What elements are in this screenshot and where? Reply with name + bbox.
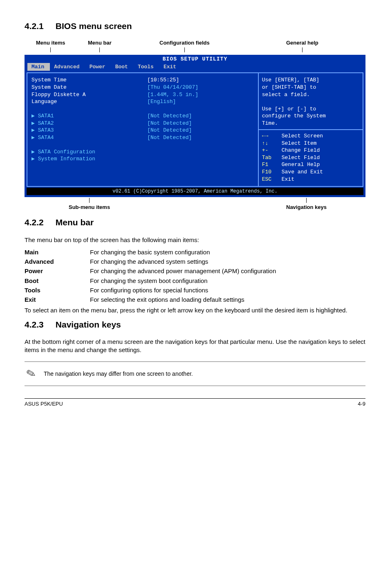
bios-value: [Not Detected]: [147, 134, 256, 141]
label-menu-bar-text: Menu bar: [88, 39, 112, 47]
def-term: Boot: [25, 277, 90, 285]
bios-submenu-label: SATA2: [38, 120, 54, 126]
heading-421-num: 4.2.1: [25, 20, 53, 32]
bios-divider: [259, 129, 363, 130]
footer-right: 4-9: [358, 400, 365, 408]
bios-value: [Not Detected]: [147, 120, 256, 127]
bios-submenu-label: SATA3: [38, 127, 54, 133]
bios-submenu: ▶ SATA3: [31, 127, 144, 134]
bios-submenu-label: System Information: [38, 156, 95, 162]
footer-left: ASUS P5K/EPU: [25, 400, 63, 408]
note-box: ✎ The navigation keys may differ from on…: [25, 361, 365, 386]
heading-422-title: Menu bar: [56, 218, 94, 227]
bios-submenu: ▶ System Information: [31, 155, 144, 163]
bios-submenu: ▶ SATA4: [31, 134, 144, 141]
callout-line-icon: [306, 198, 307, 203]
sec422-outro: To select an item on the menu bar, press…: [25, 306, 365, 314]
def-term: Power: [25, 267, 90, 275]
bios-body: System Time System Date Floppy Diskette …: [25, 72, 365, 188]
bios-key: ←→: [262, 132, 278, 140]
bios-key-desc: Exit: [282, 176, 294, 183]
bios-help-line: or [SHIFT-TAB] to: [262, 84, 359, 91]
bios-key: Tab: [262, 154, 278, 162]
pencil-icon: ✎: [25, 365, 38, 382]
triangle-icon: ▶: [31, 149, 38, 155]
label-config-fields: Configuration fields: [159, 39, 210, 52]
bios-submenu: ▶ SATA1: [31, 112, 144, 120]
bios-middle-column: [10:55:25] [Thu 04/14/2007] [1.44M, 3.5 …: [146, 72, 258, 187]
bios-value: [Thu 04/14/2007]: [147, 84, 256, 91]
bios-screenshot: BIOS SETUP UTILITY Main Advanced Power B…: [25, 55, 365, 197]
label-menu-bar: Menu bar: [88, 39, 112, 52]
heading-423: 4.2.3 Navigation keys: [25, 319, 365, 330]
bios-keyhint: TabSelect Field: [262, 154, 359, 162]
def-text: For changing the advanced power manageme…: [90, 267, 365, 275]
heading-421-title: BIOS menu screen: [56, 21, 132, 31]
bios-submenu-label: SATA1: [38, 113, 54, 119]
bios-keyhint: F10Save and Exit: [262, 168, 359, 176]
bios-submenu-label: SATA4: [38, 135, 54, 141]
bios-key: F10: [262, 168, 278, 176]
def-text: For selecting the exit options and loadi…: [90, 296, 365, 304]
bios-spacer: [147, 105, 256, 113]
bios-keyhint: F1General Help: [262, 161, 359, 168]
bios-tab-bar: Main Advanced Power Boot Tools Exit: [25, 63, 365, 72]
triangle-icon: ▶: [31, 135, 38, 141]
bios-key: ESC: [262, 176, 278, 183]
bios-value: [Not Detected]: [147, 112, 256, 120]
heading-422: 4.2.2 Menu bar: [25, 217, 365, 228]
bios-tab-power: Power: [85, 63, 111, 71]
def-row: BootFor changing the system boot configu…: [25, 277, 365, 285]
heading-423-title: Navigation keys: [56, 320, 121, 329]
bios-help-line: Use [ENTER], [TAB]: [262, 76, 359, 84]
bios-help-line: Use [+] or [-] to: [262, 105, 359, 113]
callout-line-icon: [99, 47, 100, 52]
def-text: For configuring options for special func…: [90, 286, 365, 294]
bios-item: Floppy Diskette A: [31, 91, 144, 99]
triangle-icon: ▶: [31, 127, 38, 133]
bios-tab-boot: Boot: [111, 63, 134, 71]
diagram-top-labels: Menu items Menu bar Configuration fields…: [25, 39, 365, 53]
label-general-help-text: General help: [286, 39, 318, 47]
sec422-intro: The menu bar on top of the screen has th…: [25, 236, 365, 244]
bios-copyright: v02.61 (C)Copyright 1985-2007, American …: [27, 188, 363, 195]
def-term: Tools: [25, 286, 90, 294]
bios-help-line: configure the System: [262, 112, 359, 120]
def-term: Main: [25, 248, 90, 256]
bios-key-desc: General Help: [282, 161, 320, 168]
heading-421: 4.2.1 BIOS menu screen: [25, 20, 365, 32]
bios-value: [10:55:25]: [147, 76, 256, 84]
def-row: MainFor changing the basic system config…: [25, 248, 365, 256]
definition-list: MainFor changing the basic system config…: [25, 248, 365, 304]
label-submenu-items-text: Sub-menu items: [69, 204, 110, 210]
bios-tab-main: Main: [27, 63, 50, 71]
bios-tab-tools: Tools: [134, 63, 159, 71]
label-navigation-keys: Navigation keys: [286, 198, 327, 211]
bios-keyhint: ←→Select Screen: [262, 132, 359, 140]
bios-key: F1: [262, 161, 278, 168]
bios-key-desc: Save and Exit: [282, 168, 323, 176]
label-menu-items: Menu items: [36, 39, 65, 52]
def-text: For changing the basic system configurat…: [90, 248, 365, 256]
bios-item: System Time: [31, 76, 144, 84]
heading-422-num: 4.2.2: [25, 217, 53, 228]
callout-line-icon: [89, 198, 90, 203]
def-row: ToolsFor configuring options for special…: [25, 286, 365, 294]
callout-line-icon: [50, 47, 51, 52]
bios-item: Language: [31, 98, 144, 105]
triangle-icon: ▶: [31, 156, 38, 162]
bios-key-desc: Select Item: [282, 140, 317, 147]
bios-title: BIOS SETUP UTILITY: [25, 55, 365, 63]
bios-item: System Date: [31, 84, 144, 91]
bios-key-desc: Select Field: [282, 154, 320, 162]
callout-line-icon: [184, 47, 185, 52]
bios-help-panel: Use [ENTER], [TAB] or [SHIFT-TAB] to sel…: [258, 72, 363, 187]
heading-423-num: 4.2.3: [25, 319, 53, 330]
bios-keyhint: ↑↓Select Item: [262, 140, 359, 147]
def-row: AdvancedFor changing the advanced system…: [25, 258, 365, 266]
bios-value: [1.44M, 3.5 in.]: [147, 91, 256, 99]
def-text: For changing the advanced system setting…: [90, 258, 365, 266]
note-text: The navigation keys may differ from one …: [44, 370, 193, 378]
triangle-icon: ▶: [31, 113, 38, 119]
callout-line-icon: [302, 47, 303, 52]
